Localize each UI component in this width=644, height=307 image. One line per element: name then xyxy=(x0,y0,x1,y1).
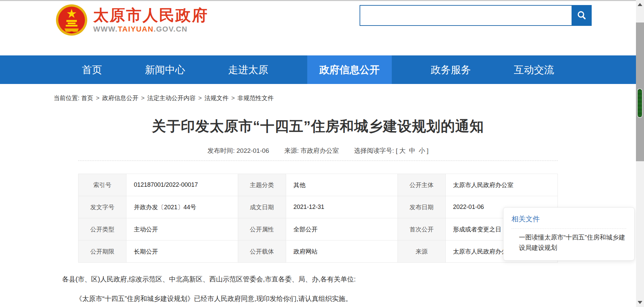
document-area: 当前位置: 首页>政府信息公开>法定主动公开内容>法规文件>非规范性文件 关于印… xyxy=(78,94,558,304)
related-files-panel: 相关文件 一图读懂太原市“十四五”住房和城乡建设局建设规划 xyxy=(503,207,635,261)
table-row: 公开类型 主动公开 公开属性 全部公开 首次公开 形成或者变更之日 xyxy=(78,218,558,240)
font-size-label: 选择阅读字号: xyxy=(354,147,394,154)
table-row: 索引号 012187001/2022-00017 主题分类 其他 公开主体 太原… xyxy=(78,174,558,196)
breadcrumb-item-statutory-disclosure[interactable]: 法定主动公开内容 xyxy=(147,95,196,101)
table-row: 发文字号 并政办发〔2021〕44号 成文日期 2021-12-31 发布日期 … xyxy=(78,196,558,218)
site-url-suffix: .GOV.CN xyxy=(154,25,187,33)
source-value: 市政府办公室 xyxy=(301,147,339,154)
font-size-selector: 选择阅读字号: [大中小] xyxy=(354,147,428,154)
breadcrumb-item-gov-info[interactable]: 政府信息公开 xyxy=(102,95,139,101)
info-value-written-date: 2021-12-31 xyxy=(286,196,397,218)
info-value-disclosure-subject: 太原市人民政府办公室 xyxy=(445,174,557,196)
breadcrumb-separator: > xyxy=(96,95,100,101)
document-info-table: 索引号 012187001/2022-00017 主题分类 其他 公开主体 太原… xyxy=(78,174,558,263)
site-url-prefix: WWW. xyxy=(93,25,118,33)
breadcrumb-separator: > xyxy=(198,95,202,101)
nav-item-gov-services[interactable]: 政务服务 xyxy=(427,55,475,84)
info-value-disclosure-type: 主动公开 xyxy=(126,218,238,240)
site-logo[interactable]: 太原市人民政府 WWW.TAIYUAN.GOV.CN xyxy=(55,4,208,36)
bracket-close: ] xyxy=(427,147,428,154)
info-label-disclosure-attribute: 公开属性 xyxy=(238,218,286,240)
breadcrumb-separator: > xyxy=(141,95,145,101)
info-label-publish-date: 发布日期 xyxy=(397,196,445,218)
related-files-title: 相关文件 xyxy=(512,214,626,224)
search-button[interactable] xyxy=(572,5,592,26)
search-input[interactable] xyxy=(360,6,572,25)
site-title-block: 太原市人民政府 WWW.TAIYUAN.GOV.CN xyxy=(93,6,208,34)
search-icon xyxy=(576,10,587,21)
table-row: 公开期限 长期公开 公开载体 政府网站 来源 太原市人民政府办公室 xyxy=(78,240,558,263)
scroll-down-icon[interactable] xyxy=(638,301,642,304)
article-paragraph: 《太原市“十四五”住房和城乡建设规划》已经市人民政府同意,现印发给你们,请认真组… xyxy=(62,293,558,304)
site-url-brand: TAIYUAN xyxy=(118,25,154,33)
main-nav: 首页 新闻中心 走进太原 政府信息公开 政务服务 互动交流 xyxy=(0,55,636,84)
site-name: 太原市人民政府 xyxy=(93,6,208,24)
nav-item-interaction[interactable]: 互动交流 xyxy=(510,55,558,84)
divider-dashed xyxy=(78,161,558,161)
info-label-disclosure-type: 公开类型 xyxy=(78,218,126,240)
info-value-disclosure-carrier: 政府网站 xyxy=(286,240,397,263)
info-label-topic-category: 主题分类 xyxy=(238,174,286,196)
info-value-disclosure-period: 长期公开 xyxy=(126,240,238,263)
publish-time-value: 2022-01-06 xyxy=(236,147,269,154)
publish-time-label: 发布时间: xyxy=(207,147,234,154)
breadcrumb-separator: > xyxy=(231,95,235,101)
bracket-open: [ xyxy=(396,147,397,154)
related-files-divider xyxy=(512,228,626,229)
scrollbar-thumb[interactable] xyxy=(637,88,643,118)
info-label-disclosure-period: 公开期限 xyxy=(78,240,126,263)
breadcrumb-item-non-normative: 非规范性文件 xyxy=(237,95,274,101)
source: 来源: 市政府办公室 xyxy=(284,147,339,154)
search-box xyxy=(360,5,592,26)
font-size-large-button[interactable]: 大 xyxy=(399,147,406,154)
font-size-medium-button[interactable]: 中 xyxy=(409,147,415,154)
info-label-written-date: 成文日期 xyxy=(238,196,286,218)
breadcrumb: 当前位置: 首页>政府信息公开>法定主动公开内容>法规文件>非规范性文件 xyxy=(54,94,558,102)
nav-item-gov-info-disclosure[interactable]: 政府信息公开 xyxy=(307,55,392,84)
info-label-disclosure-carrier: 公开载体 xyxy=(238,240,286,263)
info-label-index-number: 索引号 xyxy=(78,174,126,196)
nav-item-news-center[interactable]: 新闻中心 xyxy=(141,55,189,84)
font-size-small-button[interactable]: 小 xyxy=(419,147,425,154)
page-title: 关于印发太原市“十四五”住房和城乡建设规划的通知 xyxy=(78,117,558,136)
info-value-topic-category: 其他 xyxy=(286,174,397,196)
info-label-disclosure-subject: 公开主体 xyxy=(397,174,445,196)
related-file-link[interactable]: 一图读懂太原市“十四五”住房和城乡建设局建设规划 xyxy=(512,232,626,253)
page: 太原市人民政府 WWW.TAIYUAN.GOV.CN 热搜词: xyxy=(0,0,644,307)
site-header: 太原市人民政府 WWW.TAIYUAN.GOV.CN 热搜词: xyxy=(0,1,636,55)
breadcrumb-label: 当前位置: xyxy=(54,95,79,101)
article-meta: 发布时间: 2022-01-06 来源: 市政府办公室 选择阅读字号: [大中小… xyxy=(78,146,558,155)
breadcrumb-item-home[interactable]: 首页 xyxy=(81,95,93,101)
info-value-disclosure-attribute: 全部公开 xyxy=(286,218,397,240)
breadcrumb-item-regulations[interactable]: 法规文件 xyxy=(205,95,229,101)
nav-item-about-taiyuan[interactable]: 走进太原 xyxy=(224,55,272,84)
info-label-document-number: 发文字号 xyxy=(78,196,126,218)
nav-item-home[interactable]: 首页 xyxy=(78,55,106,84)
publish-time: 发布时间: 2022-01-06 xyxy=(207,147,269,154)
article-salutation: 各县(市、区)人民政府,综改示范区、中北高新区、西山示范区管委会,市直各委、局、… xyxy=(62,275,558,284)
info-label-first-disclosure: 首次公开 xyxy=(397,218,445,240)
info-value-document-number: 并政办发〔2021〕44号 xyxy=(126,196,238,218)
info-value-index-number: 012187001/2022-00017 xyxy=(126,174,238,196)
vertical-scrollbar[interactable] xyxy=(636,0,644,307)
scroll-up-icon[interactable] xyxy=(638,3,642,6)
source-label: 来源: xyxy=(284,147,299,154)
national-emblem-icon xyxy=(55,4,88,36)
info-label-source: 来源 xyxy=(397,240,445,263)
search-area: 热搜词: 张新伟 环保督察 社会公益 应急管理 疫情防控 营商环境 天气预报 xyxy=(360,5,600,26)
site-url: WWW.TAIYUAN.GOV.CN xyxy=(93,24,208,34)
